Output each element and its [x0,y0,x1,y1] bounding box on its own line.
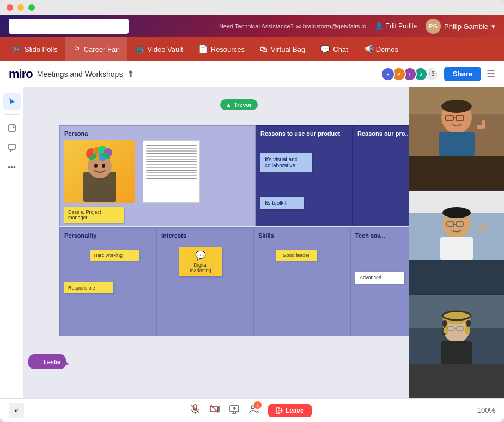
responsible-sticky: Responsible [64,282,113,293]
svg-rect-40 [483,222,486,231]
collapse-button[interactable]: « [9,403,24,418]
techsav-title: Tech sav... [355,232,408,239]
visual-sticky: It's visual and collaborative [260,153,312,172]
svg-rect-38 [440,237,473,260]
svg-text:J: J [420,71,422,77]
nav-item-chat[interactable]: 💬 Chat [313,37,355,61]
reasons2-cell: Reasons our pro... [353,125,415,226]
reasons-cell: Reasons to use our product It's visual a… [256,125,353,226]
share-button[interactable]: Share [444,67,481,81]
comment-tool[interactable] [3,139,21,156]
interests-cell: Interests 💬 Digital marketing [156,227,253,336]
chevron-down-icon: ▾ [491,22,495,31]
user-label-trevor: ▲ Trevor [220,99,258,110]
doc-line [146,148,197,149]
nav-item-career[interactable]: 🏳 Career Fair [65,37,127,61]
nav-item-bag[interactable]: 🛍 Virtual Bag [252,37,313,61]
miro-header: miro Meetings and Workshops ⬆ F P T [0,61,504,87]
minimize-dot[interactable] [17,4,24,11]
digital-sticky: 💬 Digital marketing [179,247,222,276]
doc-line [146,150,197,152]
board-title[interactable]: Meetings and Workshops [37,70,123,79]
svg-rect-30 [482,120,485,129]
search-bar[interactable] [9,19,129,34]
svg-text:P: P [397,71,400,77]
close-dot[interactable] [7,4,13,11]
digital-icon: 💬 [183,250,218,261]
doc-line [146,145,197,146]
camera-off-tool[interactable] [209,403,220,417]
persona-photo [64,140,135,203]
doc-line [146,175,197,176]
svg-point-12 [102,164,105,168]
doc-line [146,164,197,165]
board-row-1: Persona [59,125,415,226]
svg-rect-50 [442,333,446,335]
svg-rect-8 [9,125,15,131]
participants-tool[interactable]: 1 [248,403,259,417]
nav-item-resources[interactable]: 📄 Resources [191,37,252,61]
miro-right-controls: F P T J +3 Share ☰ [384,67,495,81]
flag-icon: 🏳 [73,45,81,53]
leave-button[interactable]: Leave [268,404,312,417]
personality-cell: Personality Hard working Responsible [59,227,156,336]
nav-item-slido[interactable]: 🎮 Slido Polls [4,37,65,61]
avatar-1: F [381,67,395,81]
persona-title: Persona [64,130,251,137]
zoom-level: 100% [477,406,495,414]
help-text: Need Technical Assistance? ✉ brainstorm@… [219,23,366,30]
svg-point-34 [442,207,471,218]
canvas-area: ••• ▲ Trevor ▶ Leslie [0,87,504,398]
advanced-sticky: Advanced [355,272,404,284]
video-panel [409,87,504,398]
menu-icon[interactable]: ☰ [487,68,495,80]
video-tile-1 [409,87,504,191]
user-avatar: PG [426,19,441,34]
doc-line [146,167,197,168]
persona-cell: Persona [59,125,256,226]
persona-document [143,140,200,203]
board-container: ▲ Trevor ▶ Leslie ▶ Jules ▶ [24,87,504,398]
user-label-leslie: ▶ Leslie [28,354,66,369]
select-tool[interactable] [3,93,21,110]
cassie-sticky: Cassie, Project manager [64,207,124,223]
doc-line [146,170,197,171]
share-screen-tool[interactable] [229,403,240,417]
video-tile-2 [409,191,504,294]
slido-icon: 🎮 [12,45,21,53]
app-window: Need Technical Assistance? ✉ brainstorm@… [0,0,504,422]
svg-rect-54 [441,341,472,364]
main-content: miro Meetings and Workshops ⬆ F P T [0,61,504,422]
doc-line [146,172,197,173]
upload-icon[interactable]: ⬆ [127,69,134,79]
svg-rect-49 [466,320,471,327]
svg-rect-28 [439,132,475,156]
toolbar-divider-1 [5,114,19,115]
more-tools[interactable]: ••• [3,159,21,176]
nav-item-video[interactable]: 📹 Video Vault [127,37,190,61]
skills-cell: Skills Good leader [253,227,350,336]
user-profile-menu[interactable]: PG Philip Gamble ▾ [426,19,495,34]
edit-profile-button[interactable]: 👤 Edit Profile [375,22,417,30]
svg-point-24 [441,100,472,113]
sticky-tool[interactable] [3,119,21,137]
bag-icon: 🛍 [260,45,268,53]
nav-item-demos[interactable]: 📢 Demos [356,37,406,61]
interests-title: Interests [161,232,248,239]
personality-title: Personality [64,232,151,239]
video-tile-3 [409,295,504,398]
chat-icon: 💬 [320,45,330,53]
svg-point-11 [94,164,98,168]
help-label: Need Technical Assistance? [219,23,294,29]
nav-bar: 🎮 Slido Polls 🏳 Career Fair 📹 Video Vaul… [0,37,504,61]
miro-logo: miro [9,67,33,81]
top-bar: Need Technical Assistance? ✉ brainstorm@… [0,15,504,61]
svg-text:F: F [386,71,389,77]
maximize-dot[interactable] [28,4,35,11]
toolkit-sticky: Its toolkit [260,197,304,209]
doc-line [146,161,197,162]
hard-working-sticky: Hard working [90,250,139,261]
left-toolbar: ••• [0,87,24,398]
bottom-center-controls: 1 Leave [190,403,312,417]
mic-off-tool[interactable] [190,403,201,417]
